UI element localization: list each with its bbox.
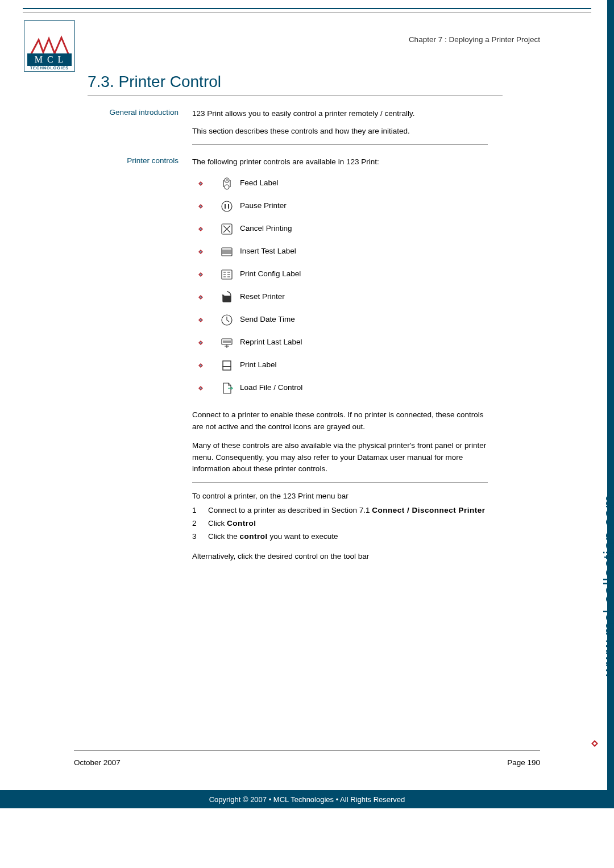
step-text: Click the control you want to execute [208,531,488,543]
side-url: www.mcl-collection.com [600,495,614,676]
footer-rule [74,750,540,751]
step-number: 2 [192,518,208,530]
control-label: Reprint Last Label [240,337,302,348]
diamond-bullet-icon [198,181,204,186]
control-label: Load File / Control [240,382,302,394]
diamond-bullet-icon [198,340,204,346]
controls-label: Printer controls [99,156,192,563]
control-item: Insert Test Label [198,244,488,259]
mcl-logo: M C L TECHNOLOGIES [24,20,75,72]
control-item: Print Config Label [198,267,488,282]
step-item: 2Click Control [192,518,488,530]
control-label: Feed Label [240,177,279,189]
section-name: Printer Control [118,73,221,90]
control-label: Reset Printer [240,291,285,303]
send-datetime-icon [219,313,234,327]
print-label-icon [219,358,234,373]
controls-lead: The following printer controls are avail… [192,156,488,168]
diamond-bullet-icon [198,203,204,209]
step-text: Connect to a printer as described in Sec… [208,505,488,517]
controls-note1: Connect to a printer to enable these con… [192,409,488,433]
control-item: Load File / Control [198,381,488,396]
step-number: 3 [192,531,208,543]
control-item: Reset Printer [198,290,488,305]
section-number: 7.3. [88,73,114,90]
control-item: Reprint Last Label [198,335,488,350]
step-bold: Connect / Disconnect Printer [372,506,485,514]
control-label: Insert Test Label [240,246,296,258]
diamond-bullet-icon [198,317,204,323]
footer-date: October 2007 [74,758,121,767]
step-item: 3Click the control you want to execute [192,531,488,543]
control-label: Send Date Time [240,314,295,326]
control-label: Print Label [240,359,277,371]
side-bullet-icon [590,739,599,748]
control-item: Feed Label [198,176,488,191]
control-item: Cancel Printing [198,222,488,236]
chapter-header: Chapter 7 : Deploying a Printer Project [409,35,540,44]
step-item: 1Connect to a printer as described in Se… [192,505,488,517]
control-label: Cancel Printing [240,223,292,235]
pause-printer-icon [219,199,234,214]
section-title: 7.3. Printer Control [88,73,221,91]
diamond-bullet-icon [198,272,204,277]
insert-test-label-icon [219,244,234,259]
control-item: Pause Printer [198,199,488,214]
control-label: Print Config Label [240,268,301,280]
control-item: Send Date Time [198,313,488,327]
diamond-bullet-icon [198,294,204,300]
controls-note2: Many of these controls are also availabl… [192,440,488,476]
top-rule [23,8,591,13]
diamond-bullet-icon [198,249,204,255]
svg-text:M C L: M C L [35,55,65,64]
step-text: Click Control [208,518,488,530]
diamond-bullet-icon [198,363,204,368]
cancel-printing-icon [219,222,234,236]
footer-page: Page 190 [507,758,540,767]
intro-p2: This section describes these controls an… [192,126,488,138]
reprint-label-icon [219,335,234,350]
feed-label-icon [219,176,234,191]
separator [192,144,488,145]
diamond-bullet-icon [198,226,204,232]
section-rule [88,95,503,96]
logo-subtext: TECHNOLOGIES [30,66,69,70]
load-file-icon [219,381,234,396]
steps-alt: Alternatively, click the desired control… [192,551,488,563]
steps-lead: To control a printer, on the 123 Print m… [192,491,488,502]
control-label: Pause Printer [240,200,287,212]
copyright-bar: Copyright © 2007 • MCL Technologies • Al… [0,790,614,808]
step-bold: control [240,532,268,541]
copyright-text: Copyright © 2007 • MCL Technologies • Al… [209,795,405,804]
diamond-bullet-icon [198,385,204,391]
intro-label: General introduction [99,108,192,153]
step-number: 1 [192,505,208,517]
separator [192,482,488,483]
step-bold: Control [227,519,256,528]
control-item: Print Label [198,358,488,373]
print-config-icon [219,267,234,282]
reset-printer-icon [219,290,234,305]
intro-p1: 123 Print allows you to easily control a… [192,108,488,120]
